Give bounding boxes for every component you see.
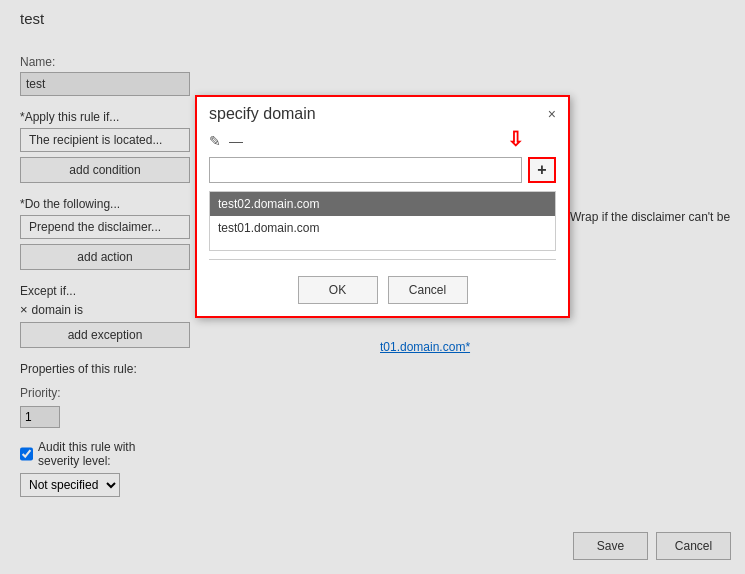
edit-icon[interactable]: ✎ [209, 133, 221, 149]
add-domain-button[interactable]: + [528, 157, 556, 183]
modal-close-button[interactable]: × [548, 107, 556, 121]
modal-title: specify domain [209, 105, 316, 123]
modal-separator [209, 259, 556, 260]
cancel-button[interactable]: Cancel [388, 276, 468, 304]
domain-input[interactable] [209, 157, 522, 183]
modal-input-row: + [197, 153, 568, 187]
domain-item-1[interactable]: test01.domain.com [210, 216, 555, 240]
specify-domain-modal: specify domain × ✎ — ⇩ + test02.domain.c… [195, 95, 570, 318]
modal-toolbar: ✎ — ⇩ [197, 129, 568, 153]
modal-header: specify domain × [197, 97, 568, 129]
modal-footer: OK Cancel [197, 268, 568, 316]
red-arrow-indicator: ⇩ [507, 127, 524, 151]
domain-item-0[interactable]: test02.domain.com [210, 192, 555, 216]
main-container: test Name: *Apply this rule if... The re… [0, 0, 745, 574]
domain-list: test02.domain.com test01.domain.com [209, 191, 556, 251]
remove-icon[interactable]: — [229, 133, 243, 149]
ok-button[interactable]: OK [298, 276, 378, 304]
